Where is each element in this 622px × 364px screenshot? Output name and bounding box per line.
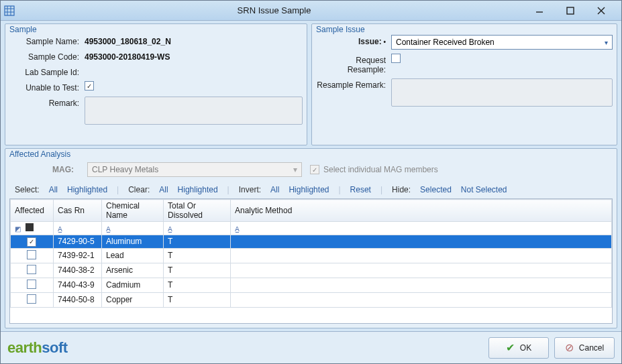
mag-combobox-value: CLP Heavy Metals <box>92 165 158 174</box>
hide-notselected-link[interactable]: Not Selected <box>461 185 507 194</box>
resample-remark-label: Resample Remark: <box>316 78 391 90</box>
issue-combobox[interactable]: Container Received Broken ▾ <box>391 35 613 50</box>
cell-chem: Arsenic <box>102 263 164 278</box>
content-area: Sample Sample Name: 4953000_180618_02_N … <box>1 21 621 331</box>
hide-selected-link[interactable]: Selected <box>420 185 452 194</box>
unable-to-test-checkbox[interactable]: ✓ <box>85 81 94 90</box>
sample-name-value: 4953000_180618_02_N <box>85 35 303 46</box>
top-panels: Sample Sample Name: 4953000_180618_02_N … <box>5 23 617 145</box>
cancel-button[interactable]: ⊘ Cancel <box>554 337 615 359</box>
row-checkbox[interactable] <box>27 250 36 259</box>
sample-issue-group: Sample Issue Issue: Container Received B… <box>311 23 617 145</box>
row-checkbox[interactable] <box>27 280 36 289</box>
remark-textarea[interactable] <box>85 97 303 125</box>
cell-cas: 7429-90-5 <box>54 235 102 249</box>
clear-all-link[interactable]: All <box>159 185 168 194</box>
maximize-button[interactable] <box>560 3 581 18</box>
cell-tod: T <box>164 235 231 249</box>
filter-icon[interactable]: A̲ <box>106 225 111 233</box>
col-cas[interactable]: Cas Rn <box>54 200 102 222</box>
analysis-table[interactable]: Affected Cas Rn Chemical Name Total Or D… <box>10 199 612 308</box>
cell-cas: 7440-43-9 <box>54 278 102 292</box>
mag-combobox: CLP Heavy Metals ▾ <box>87 162 302 177</box>
mag-individual-label: Select individual MAG members <box>323 165 438 174</box>
col-method[interactable]: Analytic Method <box>231 200 612 222</box>
cell-chem: Aluminum <box>102 235 164 249</box>
titlebar: SRN Issue Sample <box>1 1 621 21</box>
invert-all-link[interactable]: All <box>270 185 279 194</box>
resample-remark-textarea[interactable] <box>391 78 613 107</box>
filter-icon[interactable]: A̲ <box>58 225 62 233</box>
filter-icon[interactable]: A̲ <box>235 225 240 233</box>
col-tod[interactable]: Total Or Dissolved <box>164 200 231 222</box>
cell-chem: Lead <box>102 248 164 263</box>
svg-rect-0 <box>5 6 14 15</box>
svg-rect-6 <box>567 7 574 14</box>
mag-individual-wrap: ✓ Select individual MAG members <box>310 165 438 174</box>
invert-highlighted-link[interactable]: Highlighted <box>289 185 329 194</box>
ok-button-label: OK <box>520 343 531 353</box>
check-icon: ✔ <box>506 341 515 354</box>
mag-label: MAG: <box>12 165 79 174</box>
sample-name-label: Sample Name: <box>9 35 85 46</box>
issue-label: Issue: <box>316 35 391 46</box>
sample-code-label: Sample Code: <box>9 50 85 62</box>
cell-tod: T <box>164 248 231 263</box>
toolbar-select-label: Select: <box>15 185 40 194</box>
table-row[interactable]: 7440-43-9CadmiumT <box>11 278 612 292</box>
chevron-down-icon: ▾ <box>605 39 608 46</box>
selection-toolbar: Select: All Highlighted | Clear: All Hig… <box>9 182 613 198</box>
col-chem[interactable]: Chemical Name <box>102 200 164 222</box>
toolbar-hide-label: Hide: <box>392 185 411 194</box>
row-checkbox[interactable] <box>27 294 36 304</box>
cell-cas: 7440-38-2 <box>54 263 102 278</box>
table-row[interactable]: ✓7429-90-5AluminumT <box>11 235 612 249</box>
cancel-button-label: Cancel <box>579 343 604 353</box>
request-resample-checkbox[interactable] <box>391 54 401 63</box>
sample-group: Sample Sample Name: 4953000_180618_02_N … <box>5 23 307 145</box>
issue-combobox-value: Container Received Broken <box>396 38 495 47</box>
filter-icon[interactable]: A̲ <box>168 225 172 233</box>
reset-link[interactable]: Reset <box>350 185 371 194</box>
sample-issue-group-title: Sample Issue <box>316 25 365 34</box>
table-row[interactable]: 7440-38-2ArsenicT <box>11 263 612 278</box>
cell-method <box>231 235 612 249</box>
earthsoft-logo: earthsoft <box>7 339 68 357</box>
cell-tod: T <box>164 292 231 307</box>
unable-to-test-label: Unable to Test: <box>9 81 85 93</box>
sample-code-value: 4953000-20180419-WS <box>85 50 303 62</box>
request-resample-label: Request Resample: <box>316 54 391 74</box>
affected-analysis-group: Affected Analysis MAG: CLP Heavy Metals … <box>5 148 617 328</box>
lab-sample-id-value <box>85 66 303 68</box>
table-row[interactable]: 7439-92-1LeadT <box>11 248 612 263</box>
clear-highlighted-link[interactable]: Highlighted <box>178 185 218 194</box>
close-button[interactable] <box>590 3 612 18</box>
remark-label: Remark: <box>9 97 85 108</box>
row-checkbox[interactable] <box>27 265 36 274</box>
cell-method <box>231 248 612 263</box>
select-highlighted-link[interactable]: Highlighted <box>67 185 107 194</box>
row-checkbox[interactable]: ✓ <box>27 237 36 247</box>
cell-cas: 7439-92-1 <box>54 248 102 263</box>
button-bar: earthsoft ✔ OK ⊘ Cancel <box>1 331 621 363</box>
col-affected[interactable]: Affected <box>11 200 54 222</box>
toolbar-clear-label: Clear: <box>128 185 150 194</box>
cell-chem: Cadmium <box>102 278 164 292</box>
lab-sample-id-label: Lab Sample Id: <box>9 66 85 77</box>
select-all-link[interactable]: All <box>49 185 58 194</box>
cell-cas: 7440-50-8 <box>54 292 102 307</box>
srn-issue-sample-window: SRN Issue Sample Sample Sample Name: 495… <box>0 0 622 364</box>
mag-individual-checkbox: ✓ <box>310 165 319 174</box>
minimize-button[interactable] <box>529 3 550 18</box>
table-row[interactable]: 7440-50-8CopperT <box>11 292 612 307</box>
ok-button[interactable]: ✔ OK <box>488 337 549 359</box>
toolbar-invert-label: Invert: <box>239 185 261 194</box>
cell-chem: Copper <box>102 292 164 307</box>
app-icon <box>3 5 15 17</box>
window-title: SRN Issue Sample <box>19 5 529 15</box>
cell-method <box>231 292 612 307</box>
filter-row[interactable]: ◩ A̲ A̲ A̲ A̲ <box>11 222 612 235</box>
filter-icon[interactable]: ◩ <box>15 225 21 233</box>
cell-tod: T <box>164 263 231 278</box>
sample-group-title: Sample <box>9 25 37 34</box>
